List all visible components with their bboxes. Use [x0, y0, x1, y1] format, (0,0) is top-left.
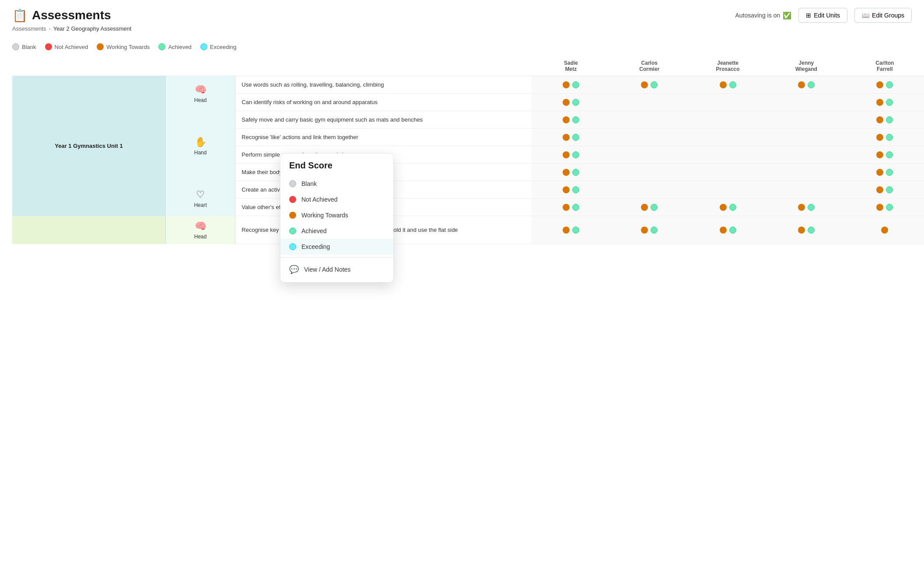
- working-towards-dot: [720, 81, 727, 88]
- header-unit-col: [12, 56, 235, 76]
- score-cell-carlton[interactable]: [846, 216, 924, 244]
- score-cell-carlos[interactable]: [610, 94, 689, 111]
- score-cell-sadie[interactable]: [532, 111, 610, 129]
- working-towards-dot: [563, 169, 570, 176]
- dropdown-blank[interactable]: Blank: [280, 176, 393, 192]
- achieved-dot: [572, 134, 579, 141]
- header-criteria-col: [235, 56, 532, 76]
- legend-working-towards: Working Towards: [97, 43, 150, 50]
- assessment-table: SadieMetz CarlosCormier JeanetteProsacco…: [12, 56, 924, 244]
- achieved-dot: [651, 204, 658, 211]
- dropdown-achieved[interactable]: Achieved: [280, 223, 393, 239]
- score-cell-carlton[interactable]: [846, 181, 924, 199]
- score-cell-jeanette[interactable]: [689, 129, 767, 146]
- dropdown-not-achieved[interactable]: Not Achieved: [280, 192, 393, 207]
- legend-not-achieved: Not Achieved: [45, 43, 88, 50]
- score-cell-sadie[interactable]: [532, 146, 610, 164]
- score-cell-jeanette[interactable]: [689, 76, 767, 94]
- score-cell-carlton[interactable]: [846, 94, 924, 111]
- section-icon: ✋: [169, 136, 231, 148]
- score-cell-carlton[interactable]: [846, 111, 924, 129]
- dropdown-working-towards[interactable]: Working Towards: [280, 207, 393, 223]
- exceeding-option-dot: [289, 243, 296, 250]
- score-cell-jeanette[interactable]: [689, 146, 767, 164]
- score-cell-carlos[interactable]: [610, 216, 689, 244]
- working-towards-option-dot: [289, 212, 296, 219]
- unit-cell: [12, 216, 165, 244]
- achieved-dot: [886, 99, 893, 106]
- working-towards-dot: [876, 186, 883, 193]
- achieved-dot: [886, 169, 893, 176]
- score-cell-jeanette[interactable]: [689, 199, 767, 216]
- score-cell-jenny[interactable]: [767, 199, 845, 216]
- working-towards-dot: [641, 204, 648, 211]
- legend-achieved: Achieved: [158, 43, 191, 50]
- breadcrumb-root[interactable]: Assessments: [12, 25, 46, 32]
- score-cell-carlton[interactable]: [846, 129, 924, 146]
- header-carlos: CarlosCormier: [610, 56, 689, 76]
- working-towards-dot: [881, 227, 888, 234]
- score-cell-sadie[interactable]: [532, 129, 610, 146]
- achieved-option-dot: [289, 227, 296, 234]
- dropdown-exceeding[interactable]: Exceeding: [280, 239, 393, 253]
- criteria-cell: Use words such as rolling, travelling, b…: [235, 76, 532, 94]
- score-cell-jenny[interactable]: [767, 129, 845, 146]
- score-cell-jeanette[interactable]: [689, 164, 767, 181]
- score-cell-jenny[interactable]: [767, 94, 845, 111]
- score-cell-jenny[interactable]: [767, 216, 845, 244]
- achieved-dot: [572, 99, 579, 106]
- achieved-dot: [886, 81, 893, 88]
- working-towards-dot: [876, 204, 883, 211]
- working-towards-dot: [563, 204, 570, 211]
- score-cell-carlos[interactable]: [610, 111, 689, 129]
- working-towards-dot: [563, 151, 570, 158]
- score-cell-jeanette[interactable]: [689, 181, 767, 199]
- score-cell-jenny[interactable]: [767, 146, 845, 164]
- score-cell-jeanette[interactable]: [689, 111, 767, 129]
- score-cell-sadie[interactable]: [532, 76, 610, 94]
- working-towards-dot: [563, 227, 570, 234]
- score-cell-sadie[interactable]: [532, 199, 610, 216]
- score-cell-jenny[interactable]: [767, 181, 845, 199]
- end-score-dropdown: End Score Blank Not Achieved Working Tow…: [280, 153, 394, 253]
- autosave-icon: ✅: [783, 11, 791, 20]
- score-cell-carlton[interactable]: [846, 199, 924, 216]
- score-cell-carlton[interactable]: [846, 164, 924, 181]
- score-cell-sadie[interactable]: [532, 94, 610, 111]
- score-cell-carlton[interactable]: [846, 76, 924, 94]
- page-title: 📋 Assessments: [12, 8, 111, 23]
- score-cell-sadie[interactable]: [532, 216, 610, 244]
- achieved-dot: [572, 169, 579, 176]
- achieved-dot: [729, 227, 736, 234]
- score-cell-jenny[interactable]: [767, 111, 845, 129]
- score-cell-carlos[interactable]: [610, 181, 689, 199]
- header-sadie: SadieMetz: [532, 56, 610, 76]
- score-cell-carlos[interactable]: [610, 199, 689, 216]
- working-towards-dot: [563, 81, 570, 88]
- achieved-dot: [886, 151, 893, 158]
- section-cell-heart: ♡Heart: [165, 181, 235, 216]
- edit-groups-button[interactable]: 📖 Edit Groups: [854, 8, 912, 23]
- working-towards-dot: [720, 204, 727, 211]
- score-cell-jenny[interactable]: [767, 76, 845, 94]
- score-cell-carlos[interactable]: [610, 164, 689, 181]
- score-cell-carlos[interactable]: [610, 146, 689, 164]
- section-label: Head: [169, 97, 231, 103]
- working-towards-dot: [563, 99, 570, 106]
- score-cell-carlton[interactable]: [846, 146, 924, 164]
- score-cell-sadie[interactable]: [532, 164, 610, 181]
- blank-option-dot: [289, 180, 296, 187]
- score-cell-jeanette[interactable]: [689, 216, 767, 244]
- edit-groups-icon: 📖: [862, 12, 869, 19]
- header: 📋 Assessments Autosaving is on ✅ ⊞ Edit …: [0, 0, 924, 23]
- working-towards-dot: [876, 99, 883, 106]
- score-cell-sadie[interactable]: [532, 181, 610, 199]
- score-cell-jenny[interactable]: [767, 164, 845, 181]
- achieved-dot: [572, 151, 579, 158]
- score-cell-jeanette[interactable]: [689, 94, 767, 111]
- score-cell-carlos[interactable]: [610, 76, 689, 94]
- edit-units-button[interactable]: ⊞ Edit Units: [798, 8, 847, 23]
- score-cell-carlos[interactable]: [610, 129, 689, 146]
- achieved-dot: [572, 204, 579, 211]
- dropdown-title: End Score: [280, 161, 393, 176]
